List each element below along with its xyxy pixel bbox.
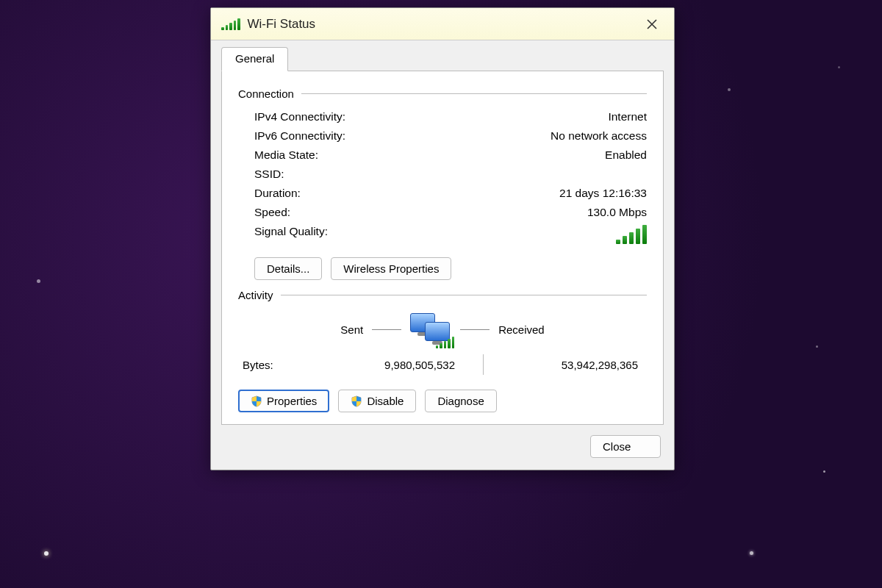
ipv4-value: Internet — [608, 110, 647, 123]
details-button[interactable]: Details... — [254, 257, 322, 280]
properties-button[interactable]: Properties — [238, 390, 329, 412]
ipv6-label: IPv6 Connectivity: — [254, 129, 345, 143]
group-connection-label: Connection — [238, 87, 294, 100]
speed-label: Speed: — [254, 206, 290, 219]
disable-button[interactable]: Disable — [338, 390, 416, 412]
activity-direction-row: Sent Received — [238, 309, 647, 350]
group-connection-header: Connection — [238, 87, 647, 100]
tab-general[interactable]: General — [221, 47, 288, 71]
diagnose-button[interactable]: Diagnose — [425, 390, 496, 412]
duration-value: 21 days 12:16:33 — [559, 187, 647, 200]
speed-value: 130.0 Mbps — [587, 206, 647, 219]
ipv6-value: No network access — [551, 129, 647, 143]
signal-bars-icon — [616, 225, 647, 244]
signal-icon — [221, 18, 240, 30]
ipv4-label: IPv4 Connectivity: — [254, 110, 345, 123]
close-button[interactable]: Close — [590, 435, 661, 458]
sent-label: Sent — [340, 323, 363, 336]
shield-icon — [251, 395, 262, 407]
duration-label: Duration: — [254, 187, 301, 200]
disable-button-label: Disable — [367, 395, 404, 407]
window-title: Wi-Fi Status — [248, 17, 637, 32]
media-state-label: Media State: — [254, 148, 318, 162]
media-state-value: Enabled — [605, 148, 647, 162]
bytes-row: Bytes: 9,980,505,532 53,942,298,365 — [238, 350, 647, 379]
properties-button-label: Properties — [267, 395, 317, 407]
bytes-sent-value: 9,980,505,532 — [323, 359, 476, 371]
received-label: Received — [498, 323, 545, 336]
tab-page-general: Connection IPv4 Connectivity:Internet IP… — [221, 71, 664, 425]
group-activity-header: Activity — [238, 289, 647, 301]
signal-quality-value — [616, 225, 647, 247]
tabstrip: General — [221, 46, 664, 71]
network-activity-icon — [410, 313, 451, 345]
bytes-label: Bytes: — [243, 359, 323, 371]
wireless-properties-button[interactable]: Wireless Properties — [331, 257, 451, 280]
close-icon[interactable] — [636, 12, 668, 37]
titlebar: Wi-Fi Status — [211, 8, 674, 40]
signal-quality-label: Signal Quality: — [254, 225, 328, 247]
ssid-label: SSID: — [254, 168, 284, 181]
shield-icon — [351, 395, 362, 407]
signal-mini-icon — [436, 337, 455, 348]
group-activity-label: Activity — [238, 289, 273, 301]
wifi-status-dialog: Wi-Fi Status General Connection IPv4 Con… — [210, 7, 675, 470]
bytes-received-value: 53,942,298,365 — [490, 359, 642, 371]
